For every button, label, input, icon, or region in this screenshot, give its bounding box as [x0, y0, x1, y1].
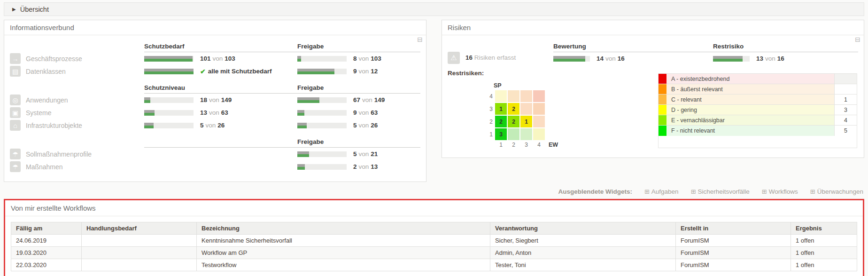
- legend-count: 5: [834, 126, 857, 136]
- ew-axis-label: EW: [549, 142, 558, 148]
- show-widget-sicherheitsvorfaelle[interactable]: ⊞ Sicherheitsvorfälle: [691, 188, 750, 195]
- database-icon: ▤: [10, 66, 21, 77]
- row-label: Sollmaßnahmenprofile: [26, 150, 92, 158]
- cell-name: Workflow am GP: [197, 247, 490, 259]
- spacer: [10, 38, 144, 51]
- row-label: Anwendungen: [26, 96, 68, 104]
- expand-arrow-icon: ▶: [12, 7, 16, 12]
- matrix-cell[interactable]: [533, 103, 545, 115]
- progress-bar: [297, 56, 347, 62]
- legend-swatch: [659, 115, 666, 125]
- column-header-restrisiko: Restrisiko: [713, 38, 858, 52]
- legend-label: C - relevant: [666, 95, 834, 104]
- row-label: Infrastrukturobjekte: [26, 122, 82, 129]
- legend-row-d: D - gering 3: [659, 105, 857, 115]
- col-header-erstellt-in[interactable]: Erstellt in: [676, 222, 791, 235]
- matrix-cell[interactable]: 3: [495, 128, 507, 140]
- cell-due: 19.03.2020: [11, 247, 82, 259]
- row-geschaeftsprozesse[interactable]: → Geschäftsprozesse: [10, 52, 144, 65]
- column-header-freigabe-1: Freigabe: [297, 36, 420, 52]
- row-anwendungen[interactable]: ◎ Anwendungen: [10, 94, 144, 106]
- restrisiken-label: Restrisiken:: [448, 70, 658, 77]
- row-systeme[interactable]: ▣ Systeme: [10, 106, 144, 119]
- freigabe-value: 9von12: [297, 65, 420, 78]
- overview-accordion-bar[interactable]: ▶ Übersicht: [4, 2, 864, 16]
- show-widget-ueberwachungen[interactable]: ⊞ Überwachungen: [810, 188, 863, 195]
- table-row[interactable]: 24.06.2019 Kenntnisnahme Sicherheitsvorf…: [11, 235, 857, 247]
- progress-bar: [553, 56, 590, 62]
- col-header-handlungsbedarf[interactable]: Handlungsbedarf: [82, 222, 197, 235]
- legend-label: F - nicht relevant: [666, 126, 834, 136]
- cell-result: 1 offen: [791, 259, 857, 271]
- cell-result: 1 offen: [791, 247, 857, 259]
- matrix-cell[interactable]: [533, 90, 545, 102]
- row-axis-tick: 1: [485, 131, 493, 138]
- risk-legend: A - existenzbedrohend B - äußerst releva…: [658, 73, 857, 148]
- expand-plus-icon: ⊞: [762, 188, 767, 195]
- check-icon: ✔: [200, 68, 206, 75]
- matrix-cell[interactable]: [508, 90, 519, 102]
- row-label: Datenklassen: [26, 68, 66, 75]
- matrix-cell[interactable]: [520, 103, 532, 115]
- schutzniveau-value: 5von26: [144, 119, 297, 132]
- table-row[interactable]: 19.03.2020 Workflow am GP Admin, Anton F…: [11, 247, 857, 259]
- expand-plus-icon: ⊞: [691, 188, 696, 195]
- matrix-cell[interactable]: 1: [495, 103, 507, 115]
- progress-bar: [297, 151, 347, 157]
- hidden-widgets-label: Ausgeblendete Widgets:: [558, 188, 632, 195]
- risk-summary[interactable]: ⚠ 16 Risiken erfasst: [448, 38, 553, 65]
- spacer: [10, 134, 144, 146]
- matrix-cell[interactable]: 2: [495, 116, 507, 127]
- risiken-panel: Risiken ⊟ ⚠ 16 Risiken erfasst Bewertung…: [442, 20, 864, 158]
- matrix-cell[interactable]: [533, 116, 545, 127]
- col-header-faellig-am[interactable]: Fällig am: [11, 222, 82, 235]
- legend-swatch: [659, 105, 666, 115]
- column-header-freigabe-3: Freigabe: [297, 132, 420, 148]
- freigabe-value: 2von13: [297, 160, 420, 173]
- legend-label: A - existenzbedrohend: [666, 74, 834, 84]
- col-axis-tick: 4: [533, 142, 545, 148]
- row-label: Geschäftsprozesse: [26, 55, 82, 63]
- schutzniveau-value: 18von149: [144, 94, 297, 106]
- progress-bar: [144, 110, 194, 116]
- cell-created-in-link[interactable]: ForumISM: [676, 235, 791, 247]
- cell-responsible: Sicher, Siegbert: [490, 235, 676, 247]
- risk-matrix: SP 4 3 1 2: [485, 82, 558, 148]
- matrix-cell[interactable]: [520, 90, 532, 102]
- col-header-ergebnis[interactable]: Ergebnis: [791, 222, 857, 235]
- col-header-bezeichnung[interactable]: Bezeichnung: [197, 222, 490, 235]
- legend-label: D - gering: [666, 105, 834, 115]
- progress-bar: [297, 97, 347, 103]
- matrix-cell[interactable]: 2: [508, 116, 519, 127]
- show-widget-aufgaben[interactable]: ⊞ Aufgaben: [644, 188, 679, 195]
- row-axis-tick: 4: [485, 93, 493, 100]
- column-header-bewertung: Bewertung: [553, 38, 713, 52]
- matrix-cell[interactable]: [508, 128, 519, 140]
- cell-created-in-link[interactable]: ForumISM: [676, 259, 791, 271]
- minimize-panel-icon[interactable]: ⊟: [417, 36, 423, 43]
- cell-responsible: Admin, Anton: [490, 247, 676, 259]
- matrix-cell[interactable]: [495, 90, 507, 102]
- informationsverbund-panel: Informationsverbund ⊟ Schutzbedarf Freig…: [4, 20, 426, 182]
- table-row[interactable]: 22.03.2020 Testworkflow Tester, Toni For…: [11, 259, 857, 271]
- matrix-cell[interactable]: 2: [508, 103, 519, 115]
- matrix-cell[interactable]: 1: [520, 116, 532, 127]
- freigabe-value: 5von26: [297, 119, 420, 132]
- progress-bar: [144, 123, 194, 128]
- freigabe-value: 5von21: [297, 148, 420, 160]
- matrix-cell[interactable]: [520, 128, 532, 140]
- informationsverbund-panel-title: Informationsverbund: [4, 20, 426, 35]
- minimize-panel-icon[interactable]: ⊟: [855, 36, 860, 43]
- schutzbedarf-value: ✔ alle mit Schutzbedarf: [144, 65, 297, 78]
- row-infrastrukturobjekte[interactable]: ⌂ Infrastrukturobjekte: [10, 119, 144, 132]
- row-massnahmen[interactable]: ☂ Maßnahmen: [10, 160, 144, 173]
- row-sollmassnahmenprofile[interactable]: ☂ Sollmaßnahmenprofile: [10, 148, 144, 160]
- cell-created-in-link[interactable]: ForumISM: [676, 247, 791, 259]
- row-datenklassen[interactable]: ▤ Datenklassen: [10, 65, 144, 78]
- spacer: [144, 148, 297, 160]
- show-widget-workflows[interactable]: ⊞ Workflows: [762, 188, 798, 195]
- matrix-cell[interactable]: [533, 128, 545, 140]
- legend-swatch: [659, 95, 666, 104]
- col-header-verantwortung[interactable]: Verantwortung: [490, 222, 676, 235]
- expand-plus-icon: ⊞: [810, 188, 815, 195]
